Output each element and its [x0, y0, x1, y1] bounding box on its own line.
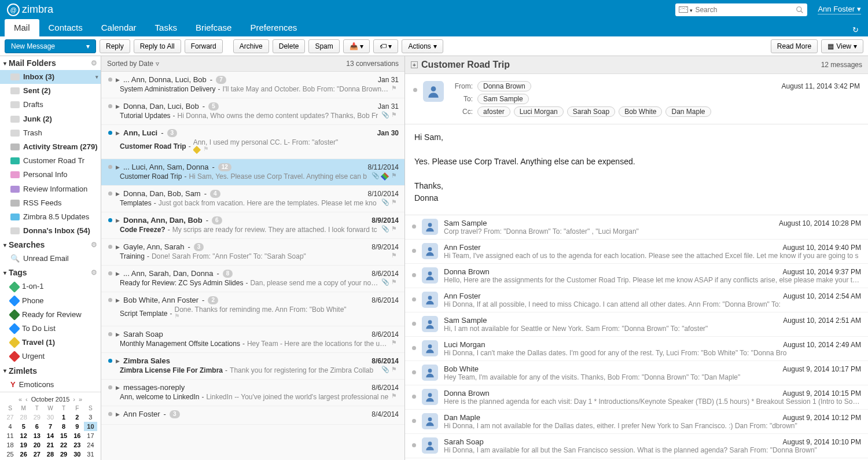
- tag-item[interactable]: 1-on-1: [0, 279, 101, 293]
- cc-chip[interactable]: Dan Maple: [665, 106, 711, 117]
- tab-preferences[interactable]: Preferences: [241, 19, 306, 36]
- cal-day[interactable]: 8: [57, 422, 71, 431]
- tag-item[interactable]: Ready for Review: [0, 308, 101, 322]
- cal-day[interactable]: 28: [17, 413, 30, 422]
- tab-briefcase[interactable]: Briefcase: [186, 19, 241, 36]
- flag-icon[interactable]: [391, 86, 399, 93]
- cal-day[interactable]: 23: [71, 440, 84, 450]
- expand-caret[interactable]: ▶: [116, 358, 120, 364]
- thread-message[interactable]: Luci MorganAugust 10, 2014 2:49 AM Hi Do…: [405, 337, 868, 361]
- tab-contacts[interactable]: Contacts: [39, 19, 92, 36]
- zimlet-item[interactable]: YEmoticons: [0, 378, 101, 392]
- folder-item[interactable]: Trash: [0, 126, 101, 140]
- cal-day[interactable]: 27: [3, 413, 17, 422]
- expand-caret[interactable]: ▶: [116, 77, 120, 83]
- cal-day[interactable]: 13: [30, 431, 43, 440]
- folder-item[interactable]: Sent (2): [0, 84, 101, 98]
- conversation-row[interactable]: ▶ Gayle, Ann, Sarah -3 8/9/2014 Training…: [101, 239, 404, 266]
- cal-next-month[interactable]: ›: [73, 396, 75, 403]
- cal-title[interactable]: October 2015: [31, 396, 70, 403]
- tag-item[interactable]: Travel (1): [0, 336, 101, 349]
- cal-day[interactable]: 20: [30, 440, 43, 450]
- conversation-row[interactable]: ▶ Ann Foster -3 8/4/2014: [101, 406, 404, 425]
- cal-day[interactable]: 19: [17, 440, 30, 450]
- expand-caret[interactable]: ▶: [116, 130, 120, 136]
- cal-day[interactable]: 7: [43, 422, 57, 431]
- move-menu[interactable]: 📥 ▾: [343, 39, 370, 53]
- expand-caret[interactable]: ▶: [116, 411, 120, 417]
- thread-message[interactable]: Donna BrownAugust 10, 2014 9:37 PM Hello…: [405, 264, 868, 288]
- cal-day[interactable]: 31: [84, 450, 97, 459]
- search-item[interactable]: 🔍Unread Email: [0, 252, 101, 266]
- conversation-row[interactable]: ▶ ... Ann, Donna, Luci, Bob -7 Jan 31 Sy…: [101, 72, 404, 98]
- folders-header[interactable]: ▾Mail Folders⚙: [0, 56, 101, 70]
- global-search[interactable]: [675, 3, 807, 16]
- cal-day[interactable]: 17: [84, 431, 97, 440]
- cal-day[interactable]: 14: [43, 431, 57, 440]
- cal-day[interactable]: 2: [71, 413, 84, 422]
- conversation-row[interactable]: ▶ Zimbra Sales 8/6/2014 Zimbra License F…: [101, 353, 404, 380]
- conversation-row[interactable]: ▶ ... Luci, Ann, Sam, Donna -12 8/11/201…: [101, 159, 404, 186]
- sort-button[interactable]: Sorted by Date ▿: [107, 60, 159, 68]
- cal-day[interactable]: 6: [30, 422, 43, 431]
- cal-prev-month[interactable]: ‹: [25, 396, 28, 403]
- cc-chip[interactable]: afoster: [477, 106, 510, 117]
- conversation-row[interactable]: ▶ Donna, Ann, Dan, Bob -6 8/9/2014 Code …: [101, 212, 404, 239]
- expand-caret[interactable]: ▶: [116, 385, 120, 391]
- cc-chip[interactable]: Sarah Soap: [567, 106, 615, 117]
- gear-icon[interactable]: ⚙: [91, 268, 97, 277]
- folder-item[interactable]: Review Information: [0, 182, 101, 196]
- view-menu[interactable]: ▦ View ▾: [821, 39, 863, 53]
- thread-message[interactable]: Dan MapleAugust 9, 2014 10:12 PM Hi Donn…: [405, 410, 868, 434]
- expand-caret[interactable]: ▶: [116, 271, 120, 277]
- flag-icon[interactable]: [391, 112, 399, 120]
- tab-tasks[interactable]: Tasks: [146, 19, 186, 36]
- flag-icon[interactable]: [203, 146, 211, 154]
- cal-day[interactable]: 29: [57, 450, 71, 459]
- folder-item[interactable]: Zimbra 8.5 Updates: [0, 210, 101, 224]
- gear-icon[interactable]: ⚙: [91, 241, 97, 249]
- cal-day[interactable]: 11: [3, 431, 17, 440]
- thread-message[interactable]: Donna BrownAugust 9, 2014 10:15 PM Here …: [405, 385, 868, 410]
- thread-message[interactable]: Sarah SoapAugust 9, 2014 10:10 PM Hi Don…: [405, 434, 868, 458]
- archive-button[interactable]: Archive: [233, 39, 269, 53]
- thread-message[interactable]: Ann FosterAugust 10, 2014 9:40 PM Hi Tea…: [405, 240, 868, 264]
- chevron-down-icon[interactable]: ▾: [95, 73, 98, 81]
- folder-item[interactable]: Drafts: [0, 98, 101, 112]
- tag-item[interactable]: Urgent: [0, 349, 101, 363]
- folder-item[interactable]: Customer Road Tr: [0, 154, 101, 168]
- expand-caret[interactable]: ▶: [116, 191, 120, 197]
- cal-day[interactable]: 18: [3, 440, 17, 450]
- thread-message[interactable]: Sam SampleAugust 10, 2014 2:51 AM Hi, I …: [405, 312, 868, 337]
- gear-icon[interactable]: ⚙: [91, 59, 97, 67]
- read-more-button[interactable]: Read More: [771, 39, 818, 53]
- folder-item[interactable]: Donna's Inbox (54): [0, 224, 101, 238]
- flag-icon[interactable]: [391, 279, 399, 287]
- conversation-row[interactable]: ▶ Sarah Soap 8/6/2014 Monthly Management…: [101, 326, 404, 353]
- expand-caret[interactable]: ▶: [116, 244, 120, 250]
- conversation-row[interactable]: ▶ Bob White, Ann Foster -2 8/6/2014 Scri…: [101, 292, 404, 326]
- flag-icon[interactable]: [391, 226, 399, 234]
- search-input[interactable]: [693, 6, 796, 14]
- expand-all-icon[interactable]: +: [411, 61, 418, 68]
- flag-icon[interactable]: [391, 340, 399, 348]
- cal-prev-year[interactable]: «: [19, 396, 22, 403]
- flag-icon[interactable]: [391, 173, 399, 181]
- actions-menu[interactable]: Actions ▾: [402, 39, 443, 53]
- cal-day[interactable]: 1: [57, 413, 71, 422]
- expand-caret[interactable]: ▶: [116, 104, 120, 109]
- tab-calendar[interactable]: Calendar: [92, 19, 146, 36]
- cal-day[interactable]: 21: [43, 440, 57, 450]
- expand-caret[interactable]: ▶: [116, 297, 120, 303]
- to-chip[interactable]: Sam Sample: [477, 94, 529, 104]
- expand-caret[interactable]: ▶: [116, 332, 120, 337]
- delete-button[interactable]: Delete: [273, 39, 306, 53]
- cal-day[interactable]: 9: [71, 422, 84, 431]
- flag-icon[interactable]: [391, 367, 399, 374]
- conversation-row[interactable]: ▶ messages-noreply 8/6/2014 Ann, welcome…: [101, 380, 404, 406]
- cal-day[interactable]: 3: [84, 413, 97, 422]
- new-message-button[interactable]: New Message▾: [5, 39, 96, 53]
- conversation-thread[interactable]: Sam SampleAugust 10, 2014 10:28 PM Corp …: [405, 215, 868, 460]
- expand-caret[interactable]: ▶: [116, 164, 120, 170]
- reply-button[interactable]: Reply: [100, 39, 130, 53]
